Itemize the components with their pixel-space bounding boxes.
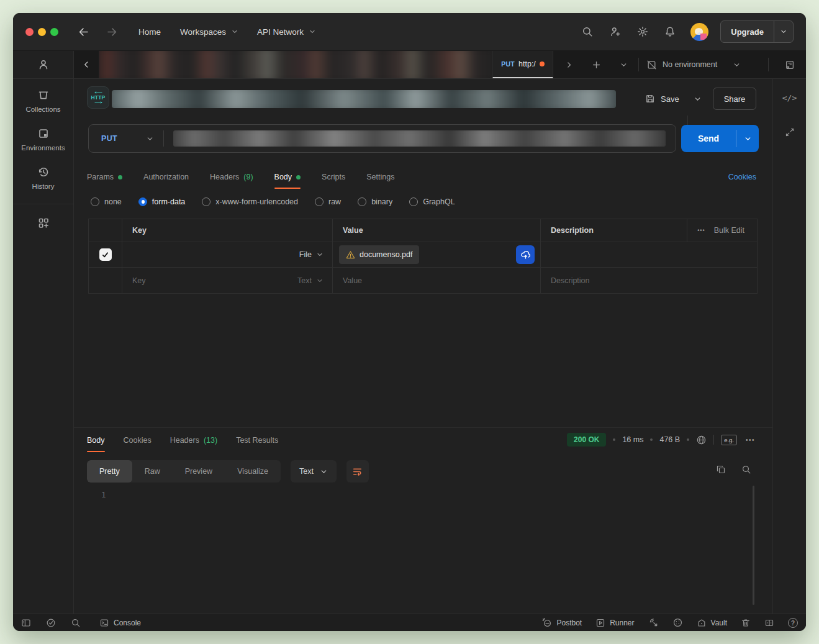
send-button[interactable]: Send <box>681 125 759 152</box>
response-tab-test-results[interactable]: Test Results <box>236 430 278 451</box>
help-icon[interactable]: ? <box>788 618 798 628</box>
radio-none[interactable]: none <box>91 197 122 206</box>
tab-settings[interactable]: Settings <box>366 166 394 188</box>
bulk-edit-button[interactable]: Bulk Edit <box>714 226 744 235</box>
editor-scrollbar[interactable] <box>753 486 754 605</box>
status-badge[interactable]: 200 OK <box>567 433 606 447</box>
response-tab-cookies[interactable]: Cookies <box>124 430 152 451</box>
request-name-blurred[interactable] <box>112 90 616 108</box>
key-type-dropdown[interactable]: File <box>299 250 332 259</box>
minimize-window-button[interactable] <box>38 28 46 36</box>
row-value-cell[interactable]: documenso.pdf <box>333 242 541 268</box>
method-selector[interactable]: PUT <box>101 134 117 143</box>
nav-home[interactable]: Home <box>138 27 161 37</box>
row-description-cell[interactable] <box>541 242 757 268</box>
share-button[interactable]: Share <box>713 88 756 110</box>
nav-api-network[interactable]: API Network <box>257 27 316 37</box>
radio-circle <box>409 197 418 206</box>
split-pane-icon[interactable] <box>764 618 774 628</box>
row-key-cell[interactable]: File <box>122 242 333 268</box>
tab-authorization[interactable]: Authorization <box>143 166 189 188</box>
network-globe-icon[interactable] <box>696 435 707 445</box>
scroll-tabs-left-button[interactable] <box>74 51 99 78</box>
placeholder-key-cell[interactable]: Key Text <box>122 268 333 293</box>
new-tab-button[interactable] <box>588 51 604 78</box>
back-arrow-icon[interactable] <box>78 26 89 38</box>
cookies-link[interactable]: Cookies <box>728 173 756 181</box>
placeholder-value-cell[interactable]: Value <box>333 268 541 293</box>
console-button[interactable]: Console <box>99 618 141 628</box>
sidebar-item-environments[interactable]: Environments <box>21 127 65 152</box>
search-statusbar-icon[interactable] <box>71 618 81 628</box>
view-pretty[interactable]: Pretty <box>87 460 132 483</box>
view-visualize[interactable]: Visualize <box>225 460 281 483</box>
save-button[interactable]: Save <box>640 88 684 109</box>
radio-binary[interactable]: binary <box>358 197 392 206</box>
radio-raw[interactable]: raw <box>315 197 341 206</box>
placeholder-type-dropdown[interactable]: Text <box>297 276 332 285</box>
vault-button[interactable]: Vault <box>697 618 727 628</box>
response-body-editor[interactable]: 1 <box>74 486 773 614</box>
close-window-button[interactable] <box>25 28 34 36</box>
tab-params[interactable]: Params <box>87 166 122 188</box>
search-response-icon[interactable] <box>741 465 751 474</box>
response-tab-body[interactable]: Body <box>87 430 105 451</box>
forward-arrow-icon[interactable] <box>106 26 118 38</box>
tab-options-button[interactable] <box>615 51 631 78</box>
expand-response-icon[interactable] <box>785 127 795 137</box>
response-tab-headers[interactable]: Headers(13) <box>170 430 217 451</box>
send-options-chevron[interactable] <box>736 125 759 152</box>
radio-graphql[interactable]: GraphQL <box>409 197 455 206</box>
wrap-lines-button[interactable] <box>346 460 369 483</box>
view-preview[interactable]: Preview <box>173 460 225 483</box>
find-replace-check-icon[interactable] <box>46 618 56 628</box>
response-divider[interactable] <box>74 427 773 428</box>
more-options-icon[interactable]: ••• <box>697 227 705 234</box>
postbot-button[interactable]: Postbot <box>541 617 582 628</box>
upgrade-button[interactable]: Upgrade <box>720 20 794 43</box>
save-options-chevron[interactable] <box>694 95 702 103</box>
file-value-chip[interactable]: documenso.pdf <box>339 245 419 264</box>
capture-requests-icon[interactable] <box>648 617 659 628</box>
runner-button[interactable]: Runner <box>595 618 634 628</box>
tab-list-blurred[interactable] <box>99 51 492 78</box>
save-as-example-icon[interactable]: e.g. <box>721 435 737 445</box>
row-checkbox-checked[interactable] <box>99 248 112 261</box>
language-dropdown[interactable]: Text <box>291 460 337 483</box>
radio-form-data[interactable]: form-data <box>138 197 186 206</box>
tab-scripts[interactable]: Scripts <box>322 166 345 188</box>
response-more-options-icon[interactable]: ••• <box>746 437 755 443</box>
cookies-icon[interactable] <box>672 617 683 628</box>
placeholder-description-cell[interactable]: Description <box>541 268 757 293</box>
upload-file-button[interactable] <box>516 245 535 264</box>
sidebar-item-more-tools[interactable] <box>37 217 50 229</box>
active-request-tab[interactable]: PUT http:/ <box>492 51 553 78</box>
notifications-bell-icon[interactable] <box>664 26 676 37</box>
tab-body[interactable]: Body <box>274 166 301 188</box>
sidebar-item-user[interactable] <box>37 58 50 71</box>
scroll-tabs-right-button[interactable] <box>561 51 577 78</box>
view-raw[interactable]: Raw <box>132 460 173 483</box>
radio-x-www-form-urlencoded[interactable]: x-www-form-urlencoded <box>202 197 298 206</box>
code-snippet-icon[interactable]: </> <box>782 93 797 102</box>
maximize-window-button[interactable] <box>50 28 58 36</box>
sidebar-item-history[interactable]: History <box>32 166 55 190</box>
response-time[interactable]: 16 ms <box>622 435 643 444</box>
upgrade-chevron-icon[interactable] <box>774 28 793 35</box>
sidebar-item-collections[interactable]: Collections <box>25 89 60 113</box>
dot-separator <box>650 438 653 441</box>
user-avatar[interactable] <box>690 23 708 41</box>
settings-gear-icon[interactable] <box>637 26 648 37</box>
trash-icon[interactable] <box>741 618 751 628</box>
environment-quick-look-icon[interactable] <box>781 51 797 78</box>
environment-selector[interactable]: No environment <box>646 51 741 78</box>
nav-workspaces[interactable]: Workspaces <box>180 27 238 37</box>
search-icon[interactable] <box>582 26 593 37</box>
response-size[interactable]: 476 B <box>659 435 680 444</box>
copy-response-icon[interactable] <box>716 465 726 474</box>
method-chevron-icon[interactable] <box>146 135 154 143</box>
tab-headers[interactable]: Headers(9) <box>210 166 253 188</box>
url-input-blurred[interactable] <box>173 130 666 147</box>
invite-user-icon[interactable] <box>610 26 621 37</box>
toggle-sidebar-icon[interactable] <box>21 618 31 628</box>
